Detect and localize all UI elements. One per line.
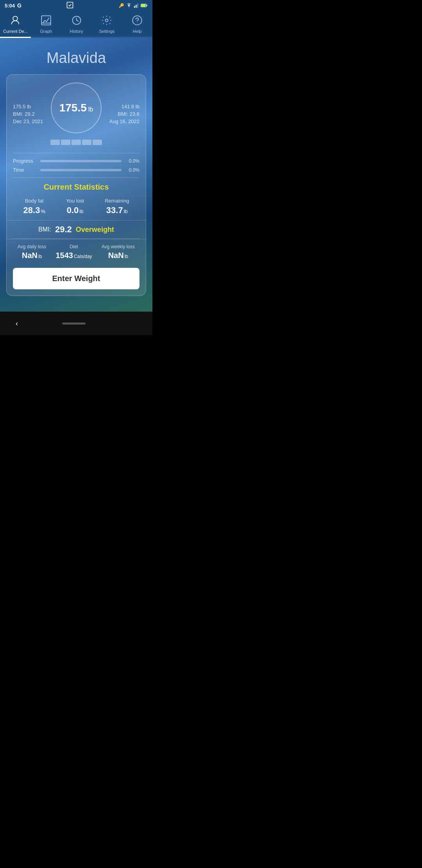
svg-point-12 <box>132 16 141 25</box>
enter-weight-button[interactable]: Enter Weight <box>13 268 139 289</box>
svg-rect-1 <box>134 6 135 8</box>
tab-graph[interactable]: Graph <box>31 13 61 38</box>
svg-rect-3 <box>137 4 138 7</box>
tab-history-label: History <box>70 29 83 34</box>
svg-rect-0 <box>67 2 73 8</box>
svg-point-11 <box>106 19 108 22</box>
metric-diet: Diet 1543 Cals/day <box>55 244 92 260</box>
bmi-prefix: BMI: <box>38 226 51 233</box>
status-right: 🔑 <box>119 3 148 8</box>
tab-settings-label: Settings <box>99 29 115 34</box>
stat-remaining-label: Remaining <box>105 198 129 204</box>
metric-diet-label: Diet <box>70 244 78 249</box>
svg-rect-6 <box>141 4 146 7</box>
right-date: Aug 16, 2022 <box>109 118 139 124</box>
left-date: Dec 23, 2021 <box>13 118 43 124</box>
home-pill[interactable] <box>62 323 86 325</box>
question-icon <box>132 15 143 27</box>
progress-section: Progress 0.0% Time 0.0% <box>7 153 146 178</box>
prog-block-2 <box>61 140 70 145</box>
nav-tabs: Current De... Graph History Sett <box>0 11 152 38</box>
progress-label-2: Time <box>13 167 36 173</box>
clock-icon <box>71 15 82 27</box>
stat-lost-value: 0.0 lb <box>67 205 84 215</box>
key-icon: 🔑 <box>119 3 124 8</box>
google-icon: G <box>17 2 21 9</box>
weight-circle-container: 175.5 lb <box>50 82 102 145</box>
app-name: Malavida <box>46 50 106 66</box>
bmi-value: 29.2 <box>55 224 72 235</box>
metric-weekly: Avg weekly loss NaN lb <box>102 244 135 260</box>
battery-icon <box>141 3 148 8</box>
stats-header: Current Statistics <box>7 178 146 195</box>
progress-pct-2: 0.0% <box>125 167 139 173</box>
stat-lost: You lost 0.0 lb <box>66 198 84 215</box>
progress-row-1: Progress 0.0% <box>13 158 139 164</box>
stat-bodyfat: Body fat 28.3 % <box>23 198 45 215</box>
stat-bodyfat-label: Body fat <box>25 198 44 204</box>
stats-row: Body fat 28.3 % You lost 0.0 lb Remainin… <box>7 195 146 220</box>
notification-icon <box>66 1 74 10</box>
tab-help[interactable]: Help <box>122 13 152 38</box>
main-card: 175.5 lb BMI: 29.2 Dec 23, 2021 175.5 lb <box>6 74 146 296</box>
signal-icon <box>134 3 139 8</box>
tab-history[interactable]: History <box>61 13 92 38</box>
gear-icon <box>101 15 112 27</box>
wifi-icon <box>126 3 132 8</box>
tab-settings[interactable]: Settings <box>92 13 122 38</box>
metric-daily: Avg daily loss NaN lb <box>18 244 46 260</box>
bmi-status: Overweight <box>76 226 114 234</box>
stat-bodyfat-value: 28.3 % <box>23 205 45 215</box>
right-bmi: BMI: 23.6 <box>118 111 139 117</box>
tab-current[interactable]: Current De... <box>0 13 31 38</box>
stat-remaining-value: 33.7 lb <box>106 205 128 215</box>
stat-lost-label: You lost <box>66 198 84 204</box>
time-display: 5:04 <box>5 3 15 9</box>
left-bmi: BMI: 29.2 <box>13 111 35 117</box>
right-weight: 141.8 lb <box>122 104 139 109</box>
metric-diet-value: 1543 Cals/day <box>55 251 92 260</box>
metrics-row: Avg daily loss NaN lb Diet 1543 Cals/day… <box>7 239 146 265</box>
left-stats: 175.5 lb BMI: 29.2 Dec 23, 2021 <box>13 104 43 124</box>
svg-point-7 <box>13 16 18 21</box>
status-bar: 5:04 G 🔑 <box>0 0 152 11</box>
metric-daily-label: Avg daily loss <box>18 244 46 249</box>
progress-bar-bg-2 <box>40 169 122 171</box>
svg-rect-2 <box>136 5 136 8</box>
prog-block-1 <box>50 140 60 145</box>
main-content: Malavida 175.5 lb BMI: 29.2 Dec 23, 2021… <box>0 38 152 312</box>
graph-icon <box>41 15 52 27</box>
prog-block-3 <box>72 140 81 145</box>
weight-unit: lb <box>88 106 93 113</box>
stat-remaining: Remaining 33.7 lb <box>105 198 129 215</box>
current-weight-value: 175.5 <box>59 102 87 114</box>
status-left: 5:04 G <box>5 2 21 9</box>
bmi-row: BMI: 29.2 Overweight <box>7 220 146 239</box>
prog-block-4 <box>82 140 91 145</box>
weight-section: 175.5 lb BMI: 29.2 Dec 23, 2021 175.5 lb <box>7 75 146 153</box>
tab-current-label: Current De... <box>3 29 28 34</box>
back-arrow[interactable]: ‹ <box>16 319 18 328</box>
progress-row-2: Time 0.0% <box>13 167 139 173</box>
progress-label-1: Progress <box>13 158 36 164</box>
metric-weekly-value: NaN lb <box>108 251 128 260</box>
weight-progress-blocks <box>50 140 102 145</box>
progress-bar-bg-1 <box>40 160 122 162</box>
svg-point-13 <box>137 22 138 23</box>
svg-rect-5 <box>147 5 147 6</box>
person-icon <box>10 15 21 27</box>
progress-pct-1: 0.0% <box>125 158 139 164</box>
right-stats: 141.8 lb BMI: 23.6 Aug 16, 2022 <box>109 104 139 124</box>
tab-graph-label: Graph <box>40 29 52 34</box>
prog-block-5 <box>93 140 102 145</box>
weight-circle: 175.5 lb <box>51 82 102 133</box>
metric-daily-value: NaN lb <box>22 251 42 260</box>
left-weight: 175.5 lb <box>13 104 31 109</box>
metric-weekly-label: Avg weekly loss <box>102 244 135 249</box>
bottom-bar: ‹ <box>0 312 152 335</box>
tab-help-label: Help <box>133 29 142 34</box>
svg-rect-8 <box>41 16 50 25</box>
